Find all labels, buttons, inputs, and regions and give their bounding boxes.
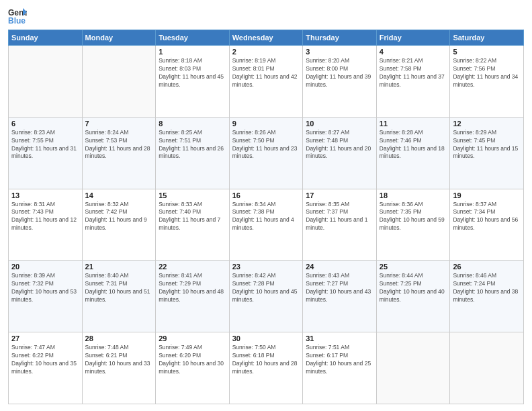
day-cell: 14Sunrise: 8:32 AMSunset: 7:42 PMDayligh… (82, 189, 156, 261)
day-cell (9, 46, 83, 118)
day-cell (82, 46, 156, 118)
day-info: Sunrise: 8:28 AMSunset: 7:46 PMDaylight:… (380, 129, 447, 161)
day-cell (376, 332, 450, 404)
dow-header-tuesday: Tuesday (156, 30, 230, 46)
day-number: 1 (159, 48, 226, 56)
calendar-table: SundayMondayTuesdayWednesdayThursdayFrid… (8, 30, 524, 404)
day-number: 6 (11, 120, 79, 128)
day-info: Sunrise: 8:34 AMSunset: 7:38 PMDaylight:… (232, 201, 300, 233)
page-header: General Blue (8, 7, 524, 26)
day-info: Sunrise: 8:33 AMSunset: 7:40 PMDaylight:… (159, 201, 226, 233)
day-info: Sunrise: 7:48 AMSunset: 6:21 PMDaylight:… (85, 344, 153, 376)
day-info: Sunrise: 8:35 AMSunset: 7:37 PMDaylight:… (306, 201, 373, 233)
day-cell: 24Sunrise: 8:43 AMSunset: 7:27 PMDayligh… (303, 261, 377, 332)
day-info: Sunrise: 8:29 AMSunset: 7:45 PMDaylight:… (453, 129, 521, 161)
day-number: 16 (232, 191, 300, 199)
day-cell: 23Sunrise: 8:42 AMSunset: 7:28 PMDayligh… (229, 261, 303, 332)
day-cell: 20Sunrise: 8:39 AMSunset: 7:32 PMDayligh… (9, 261, 83, 332)
day-cell: 9Sunrise: 8:26 AMSunset: 7:50 PMDaylight… (229, 117, 303, 189)
day-cell: 15Sunrise: 8:33 AMSunset: 7:40 PMDayligh… (156, 189, 230, 261)
day-cell: 2Sunrise: 8:19 AMSunset: 8:01 PMDaylight… (229, 46, 303, 118)
day-number: 8 (159, 120, 226, 128)
week-row-5: 27Sunrise: 7:47 AMSunset: 6:22 PMDayligh… (9, 332, 524, 404)
day-cell (450, 332, 524, 404)
day-cell: 21Sunrise: 8:40 AMSunset: 7:31 PMDayligh… (82, 261, 156, 332)
day-cell: 26Sunrise: 8:46 AMSunset: 7:24 PMDayligh… (450, 261, 524, 332)
day-number: 12 (453, 120, 521, 128)
day-info: Sunrise: 8:23 AMSunset: 7:55 PMDaylight:… (11, 129, 79, 161)
day-cell: 16Sunrise: 8:34 AMSunset: 7:38 PMDayligh… (229, 189, 303, 261)
week-row-4: 20Sunrise: 8:39 AMSunset: 7:32 PMDayligh… (9, 261, 524, 332)
day-number: 4 (380, 48, 447, 56)
day-info: Sunrise: 7:49 AMSunset: 6:20 PMDaylight:… (159, 344, 226, 376)
dow-header-thursday: Thursday (303, 30, 377, 46)
day-info: Sunrise: 8:19 AMSunset: 8:01 PMDaylight:… (232, 57, 300, 89)
day-number: 23 (232, 263, 300, 271)
day-info: Sunrise: 8:25 AMSunset: 7:51 PMDaylight:… (159, 129, 226, 161)
dow-header-sunday: Sunday (9, 30, 83, 46)
day-info: Sunrise: 8:43 AMSunset: 7:27 PMDaylight:… (306, 272, 373, 304)
day-info: Sunrise: 8:39 AMSunset: 7:32 PMDaylight:… (11, 272, 79, 304)
day-cell: 22Sunrise: 8:41 AMSunset: 7:29 PMDayligh… (156, 261, 230, 332)
day-cell: 29Sunrise: 7:49 AMSunset: 6:20 PMDayligh… (156, 332, 230, 404)
day-info: Sunrise: 8:46 AMSunset: 7:24 PMDaylight:… (453, 272, 521, 304)
day-info: Sunrise: 8:31 AMSunset: 7:43 PMDaylight:… (11, 201, 79, 233)
day-number: 20 (11, 263, 79, 271)
day-info: Sunrise: 8:32 AMSunset: 7:42 PMDaylight:… (85, 201, 153, 233)
logo: General Blue (8, 7, 27, 26)
day-cell: 28Sunrise: 7:48 AMSunset: 6:21 PMDayligh… (82, 332, 156, 404)
day-number: 19 (453, 191, 521, 199)
svg-text:Blue: Blue (8, 16, 26, 26)
day-info: Sunrise: 8:42 AMSunset: 7:28 PMDaylight:… (232, 272, 300, 304)
dow-header-wednesday: Wednesday (229, 30, 303, 46)
day-cell: 27Sunrise: 7:47 AMSunset: 6:22 PMDayligh… (9, 332, 83, 404)
day-info: Sunrise: 8:40 AMSunset: 7:31 PMDaylight:… (85, 272, 153, 304)
day-number: 13 (11, 191, 79, 199)
day-info: Sunrise: 7:47 AMSunset: 6:22 PMDaylight:… (11, 344, 79, 376)
day-number: 15 (159, 191, 226, 199)
day-info: Sunrise: 8:41 AMSunset: 7:29 PMDaylight:… (159, 272, 226, 304)
day-info: Sunrise: 8:22 AMSunset: 7:56 PMDaylight:… (453, 57, 521, 89)
day-cell: 10Sunrise: 8:27 AMSunset: 7:48 PMDayligh… (303, 117, 377, 189)
day-number: 24 (306, 263, 373, 271)
day-cell: 7Sunrise: 8:24 AMSunset: 7:53 PMDaylight… (82, 117, 156, 189)
day-cell: 1Sunrise: 8:18 AMSunset: 8:03 PMDaylight… (156, 46, 230, 118)
day-number: 17 (306, 191, 373, 199)
day-number: 22 (159, 263, 226, 271)
day-number: 7 (85, 120, 153, 128)
dow-header-friday: Friday (376, 30, 450, 46)
day-info: Sunrise: 7:50 AMSunset: 6:18 PMDaylight:… (232, 344, 300, 376)
dow-header-saturday: Saturday (450, 30, 524, 46)
day-cell: 17Sunrise: 8:35 AMSunset: 7:37 PMDayligh… (303, 189, 377, 261)
day-number: 26 (453, 263, 521, 271)
day-info: Sunrise: 8:20 AMSunset: 8:00 PMDaylight:… (306, 57, 373, 89)
day-number: 11 (380, 120, 447, 128)
day-number: 3 (306, 48, 373, 56)
day-number: 21 (85, 263, 153, 271)
day-cell: 11Sunrise: 8:28 AMSunset: 7:46 PMDayligh… (376, 117, 450, 189)
day-info: Sunrise: 7:51 AMSunset: 6:17 PMDaylight:… (306, 344, 373, 376)
week-row-2: 6Sunrise: 8:23 AMSunset: 7:55 PMDaylight… (9, 117, 524, 189)
calendar-body: 1Sunrise: 8:18 AMSunset: 8:03 PMDaylight… (9, 46, 524, 404)
day-info: Sunrise: 8:44 AMSunset: 7:25 PMDaylight:… (380, 272, 447, 304)
day-info: Sunrise: 8:24 AMSunset: 7:53 PMDaylight:… (85, 129, 153, 161)
day-number: 18 (380, 191, 447, 199)
day-info: Sunrise: 8:26 AMSunset: 7:50 PMDaylight:… (232, 129, 300, 161)
day-cell: 31Sunrise: 7:51 AMSunset: 6:17 PMDayligh… (303, 332, 377, 404)
day-number: 14 (85, 191, 153, 199)
day-number: 31 (306, 334, 373, 342)
day-number: 2 (232, 48, 300, 56)
day-cell: 8Sunrise: 8:25 AMSunset: 7:51 PMDaylight… (156, 117, 230, 189)
day-number: 10 (306, 120, 373, 128)
day-cell: 30Sunrise: 7:50 AMSunset: 6:18 PMDayligh… (229, 332, 303, 404)
logo-icon: General Blue (8, 7, 27, 26)
day-cell: 18Sunrise: 8:36 AMSunset: 7:35 PMDayligh… (376, 189, 450, 261)
days-of-week-row: SundayMondayTuesdayWednesdayThursdayFrid… (9, 30, 524, 46)
day-cell: 19Sunrise: 8:37 AMSunset: 7:34 PMDayligh… (450, 189, 524, 261)
week-row-3: 13Sunrise: 8:31 AMSunset: 7:43 PMDayligh… (9, 189, 524, 261)
day-info: Sunrise: 8:21 AMSunset: 7:58 PMDaylight:… (380, 57, 447, 89)
week-row-1: 1Sunrise: 8:18 AMSunset: 8:03 PMDaylight… (9, 46, 524, 118)
day-number: 29 (159, 334, 226, 342)
day-number: 5 (453, 48, 521, 56)
day-number: 25 (380, 263, 447, 271)
